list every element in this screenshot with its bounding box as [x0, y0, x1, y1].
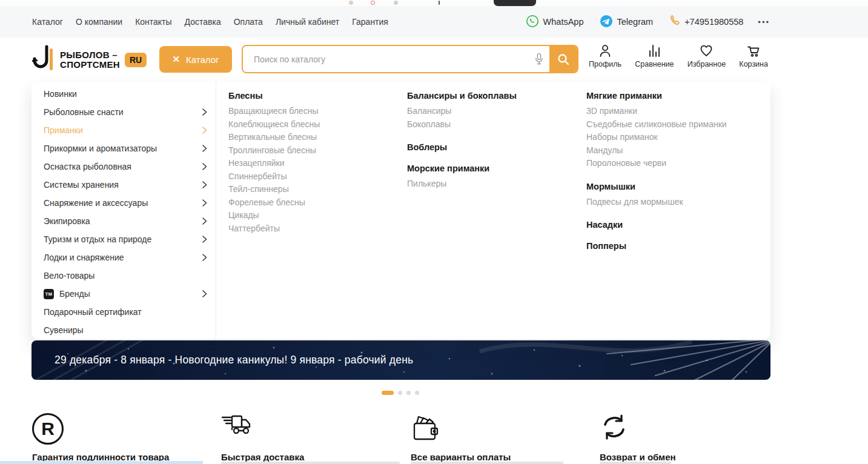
sidebar-item-groundbait[interactable]: Прикормки и ароматизаторы	[31, 139, 216, 157]
sidebar-item-rigging[interactable]: Оснастка рыболовная	[31, 157, 216, 176]
category-link[interactable]: Пилькеры	[407, 177, 580, 191]
category-title-balancers[interactable]: Балансиры и бокоплавы	[407, 91, 580, 101]
category-title-jigs[interactable]: Мормышки	[586, 182, 768, 191]
topbar-link-contacts[interactable]: Контакты	[135, 17, 171, 27]
category-link[interactable]: Форелевые блесны	[228, 196, 398, 210]
cart-label: Корзина	[739, 60, 768, 68]
sidebar-item-gear[interactable]: Снаряжение и аксессуары	[31, 194, 216, 212]
microphone-icon[interactable]	[529, 46, 549, 72]
category-link[interactable]: Вращающиеся блесны	[228, 105, 398, 118]
heart-icon	[699, 44, 714, 58]
category-link[interactable]: Бокоплавы	[407, 118, 580, 131]
feature-delivery: Быстрая доставка	[221, 413, 403, 462]
feature-subtext-clipped	[411, 462, 563, 464]
category-title-poppers[interactable]: Попперы	[586, 241, 768, 251]
profile-label: Профиль	[589, 60, 621, 68]
topbar-link-warranty[interactable]: Гарантия	[352, 17, 388, 27]
cursor-icon	[439, 1, 440, 5]
browser-pill	[494, 0, 536, 6]
favorites-button[interactable]: Избранное	[687, 44, 726, 68]
category-title-soft-lures[interactable]: Мягкие приманки	[586, 91, 768, 101]
record-icon	[371, 1, 375, 5]
whatsapp-link[interactable]: WhatsApp	[526, 15, 584, 30]
category-link[interactable]: Чаттербейты	[228, 222, 398, 236]
sidebar-item-gift-certificate[interactable]: Подарочный сертификат	[31, 303, 216, 321]
feature-payment: Все варианты оплаты	[411, 413, 592, 462]
cart-button[interactable]: Корзина	[739, 44, 768, 68]
feature-authenticity: R Гарантия подлинности товара	[32, 413, 214, 462]
compare-button[interactable]: Сравнение	[635, 44, 674, 68]
category-link[interactable]: Мандулы	[586, 144, 768, 157]
sidebar-item-souvenirs[interactable]: Сувениры	[31, 321, 216, 339]
telegram-label: Telegram	[617, 17, 654, 27]
site-logo[interactable]: РЫБОЛОВ – СПОРТСМЕН RU	[32, 45, 147, 75]
category-link[interactable]: Съедобные силиконовые приманки	[586, 118, 768, 131]
category-link[interactable]: Цикады	[228, 209, 398, 222]
category-link[interactable]: Незацепляйки	[228, 157, 398, 170]
sidebar-item-clothing[interactable]: Экипировка	[31, 212, 216, 230]
search-button[interactable]	[549, 46, 577, 72]
catalog-sidebar: Новинки Рыболовные снасти Приманки Прико…	[31, 82, 216, 339]
profile-button[interactable]: Профиль	[589, 44, 621, 68]
phone-link[interactable]: +74951980558	[669, 15, 743, 28]
telegram-link[interactable]: Telegram	[600, 15, 654, 30]
category-title-baits[interactable]: Насадки	[586, 220, 768, 230]
carousel-dot-1[interactable]	[382, 391, 394, 395]
registered-trademark-icon: R	[32, 413, 64, 445]
category-title-sea-lures[interactable]: Морские приманки	[407, 164, 580, 173]
search-input[interactable]	[243, 46, 529, 72]
topbar-link-payment[interactable]: Оплата	[234, 17, 263, 27]
sidebar-item-storage[interactable]: Системы хранения	[31, 176, 216, 194]
sidebar-item-brands[interactable]: TMБренды	[31, 285, 216, 303]
carousel-dot-3[interactable]	[406, 391, 411, 395]
scrollbar-fragment[interactable]	[0, 461, 203, 464]
category-link[interactable]: Поролоновые черви	[586, 157, 768, 170]
header-actions: Профиль Сравнение Избранное Корзина	[589, 44, 768, 68]
phone-icon	[669, 15, 680, 28]
chevron-right-icon	[202, 236, 207, 243]
sidebar-item-bike[interactable]: Вело-товары	[31, 267, 216, 285]
truck-icon	[221, 413, 253, 440]
category-link[interactable]: Тейл-спиннеры	[228, 183, 398, 196]
category-title-wobblers[interactable]: Воблеры	[407, 142, 580, 152]
topbar-link-catalog[interactable]: Каталог	[32, 17, 63, 27]
sidebar-item-lures[interactable]: Приманки	[31, 121, 216, 139]
category-link[interactable]: Подвесы для мормышек	[586, 196, 768, 209]
chevron-right-icon	[202, 290, 207, 297]
feature-subtext-clipped	[221, 462, 400, 464]
category-link[interactable]: Колеблющиеся блесны	[228, 118, 398, 131]
chevron-right-icon	[202, 217, 207, 225]
whatsapp-label: WhatsApp	[543, 17, 584, 27]
carousel-dot-2[interactable]	[398, 391, 402, 395]
category-link[interactable]: Троллинговые блесны	[228, 144, 398, 157]
promo-banner[interactable]: 29 декабря - 8 января - Новогодние каник…	[31, 340, 770, 380]
dot-icon	[394, 1, 398, 5]
more-menu-button[interactable]: •••	[758, 18, 770, 27]
mega-column-1: Блесны Вращающиеся блесны Колеблющиеся б…	[228, 82, 398, 235]
compare-icon	[647, 44, 661, 58]
sidebar-item-novelties[interactable]: Новинки	[31, 85, 216, 103]
mega-column-3: Мягкие приманки 3D приманки Съедобные си…	[586, 82, 768, 255]
profile-icon	[598, 44, 612, 58]
category-link[interactable]: Спиннербейты	[228, 170, 398, 184]
sidebar-item-boats[interactable]: Лодки и снаряжение	[31, 248, 216, 267]
category-link[interactable]: Наборы приманок	[586, 131, 768, 144]
category-link[interactable]: Балансиры	[407, 105, 580, 118]
topbar: Каталог О компании Контакты Доставка Опл…	[0, 6, 868, 38]
catalog-mega-menu: Новинки Рыболовные снасти Приманки Прико…	[31, 82, 770, 339]
chevron-right-icon	[202, 199, 207, 207]
sidebar-item-tackle[interactable]: Рыболовные снасти	[31, 103, 216, 121]
page: Каталог О компании Контакты Доставка Опл…	[0, 0, 868, 464]
catalog-button[interactable]: ✕ Каталог	[159, 46, 232, 73]
feature-label: Все варианты оплаты	[411, 452, 592, 462]
category-title-spoons[interactable]: Блесны	[228, 91, 398, 101]
carousel-dot-4[interactable]	[415, 391, 419, 395]
search-icon	[557, 53, 570, 66]
chevron-right-icon	[202, 163, 207, 170]
category-link[interactable]: Вертикальные блесны	[228, 131, 398, 144]
sidebar-item-tourism[interactable]: Туризм и отдых на природе	[31, 230, 216, 248]
topbar-link-delivery[interactable]: Доставка	[185, 17, 221, 27]
topbar-link-about[interactable]: О компании	[76, 17, 122, 27]
category-link[interactable]: 3D приманки	[586, 105, 768, 118]
topbar-link-account[interactable]: Личный кабинет	[276, 17, 339, 27]
